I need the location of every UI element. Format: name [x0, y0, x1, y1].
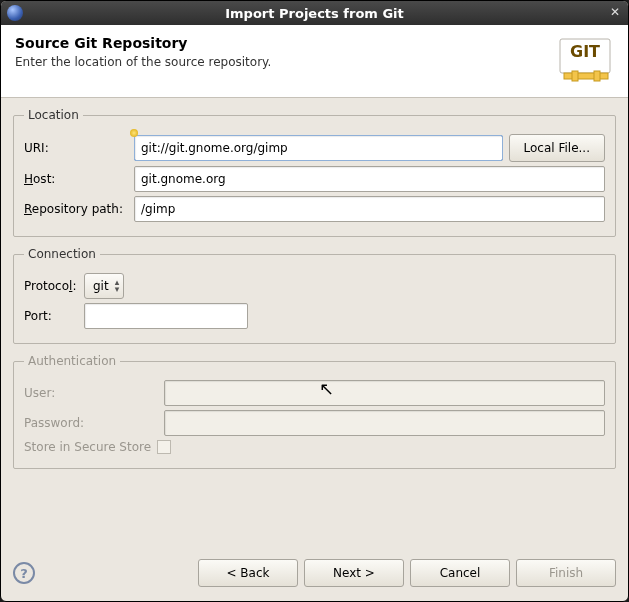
location-legend: Location [24, 108, 83, 122]
svg-rect-3 [572, 71, 578, 81]
titlebar: Import Projects from Git ✕ [1, 1, 628, 25]
host-label: Host: [24, 172, 134, 186]
location-group: Location URI: Local File... Host: Reposi… [13, 108, 616, 237]
svg-rect-4 [594, 71, 600, 81]
local-file-button[interactable]: Local File... [509, 134, 605, 162]
help-icon[interactable]: ? [13, 562, 35, 584]
protocol-select[interactable]: git ▴▾ [84, 273, 124, 299]
store-secure-label: Store in Secure Store [24, 440, 151, 454]
uri-input[interactable] [134, 135, 503, 161]
svg-rect-2 [564, 73, 608, 79]
user-label: User: [24, 386, 164, 400]
next-button[interactable]: Next > [304, 559, 404, 587]
host-input[interactable] [134, 166, 605, 192]
chevron-updown-icon: ▴▾ [115, 279, 120, 293]
port-label: Port: [24, 309, 84, 323]
page-subtitle: Enter the location of the source reposit… [15, 55, 558, 69]
port-input[interactable] [84, 303, 248, 329]
connection-group: Connection Protocol: git ▴▾ Port: [13, 247, 616, 344]
svg-text:GIT: GIT [570, 42, 600, 61]
authentication-group: Authentication User: Password: Store in … [13, 354, 616, 469]
store-secure-checkbox [157, 440, 171, 454]
repository-path-label: Repository path: [24, 202, 134, 216]
password-label: Password: [24, 416, 164, 430]
git-icon: GIT [558, 35, 614, 83]
window-title: Import Projects from Git [1, 6, 628, 21]
user-input [164, 380, 605, 406]
wizard-header: Source Git Repository Enter the location… [1, 25, 628, 98]
dialog-window: Import Projects from Git ✕ Source Git Re… [0, 0, 629, 602]
authentication-legend: Authentication [24, 354, 120, 368]
protocol-label: Protocol: [24, 279, 84, 293]
finish-button: Finish [516, 559, 616, 587]
wizard-footer: ? < Back Next > Cancel Finish [1, 549, 628, 601]
back-button[interactable]: < Back [198, 559, 298, 587]
password-input [164, 410, 605, 436]
close-icon[interactable]: ✕ [608, 5, 622, 19]
app-icon [7, 5, 23, 21]
repository-path-input[interactable] [134, 196, 605, 222]
wizard-content: Location URI: Local File... Host: Reposi… [1, 98, 628, 549]
uri-label: URI: [24, 141, 134, 155]
cancel-button[interactable]: Cancel [410, 559, 510, 587]
page-title: Source Git Repository [15, 35, 558, 51]
connection-legend: Connection [24, 247, 100, 261]
